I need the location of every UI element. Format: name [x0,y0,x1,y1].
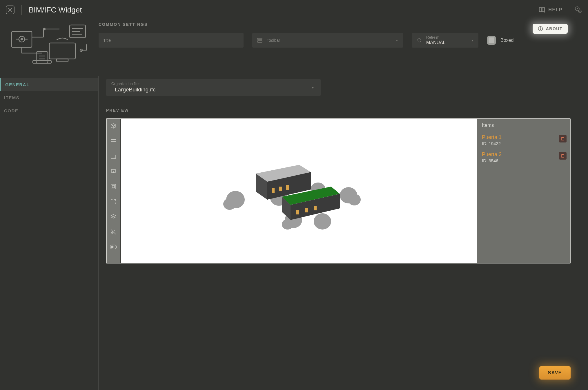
svg-rect-26 [111,184,116,189]
svg-rect-18 [57,59,68,61]
top-zone: COMMON SETTINGS Title Toolbar ▾ Refresh … [0,20,588,76]
tab-items[interactable]: ITEMS [0,91,98,104]
common-settings: COMMON SETTINGS Title Toolbar ▾ Refresh … [99,20,582,69]
item-name: Puerta 1 [482,134,565,140]
preview-box: Items Puerta 1 ID: 19422 Puerta 2 ID: 35… [106,118,571,263]
items-panel-heading: Items [477,119,570,132]
lower-zone: GENERAL ITEMS CODE Organization files La… [0,76,588,390]
refresh-icon [416,37,422,43]
main-panel: Organization files LargeBuilding.ifc ▾ P… [99,76,588,390]
svg-rect-27 [112,185,115,188]
svg-rect-24 [257,38,262,39]
toolbar-icon [257,37,263,43]
save-label: SAVE [548,370,562,375]
chevron-down-icon: ▾ [471,38,473,42]
delete-item-button[interactable] [559,135,567,142]
svg-rect-17 [49,43,75,59]
checkbox-icon [487,36,496,45]
svg-rect-23 [33,60,51,63]
divider [21,5,22,15]
toolbar-select[interactable]: Toolbar ▾ [252,33,403,48]
tool-frame[interactable] [108,182,118,192]
common-settings-heading: COMMON SETTINGS [99,22,565,27]
trash-icon [561,137,565,141]
item-id: ID: 3546 [482,158,565,163]
help-button[interactable]: HELP [538,6,562,13]
settings-button[interactable] [574,6,582,15]
refresh-label: Refresh [426,35,446,40]
svg-point-3 [579,11,580,12]
chevron-down-icon: ▾ [312,86,314,90]
trash-icon [561,154,565,158]
org-files-label: Organization files [111,82,315,86]
delete-item-button[interactable] [559,152,567,160]
devices-icon [7,23,88,66]
org-files-value: LargeBuilding.ifc [111,86,315,93]
svg-rect-6 [540,28,541,30]
title-label: Title [103,38,111,43]
chevron-down-icon: ▾ [396,38,398,42]
refresh-select[interactable]: Refresh MANUAL ▾ [412,33,478,48]
tool-cube[interactable] [108,121,118,131]
about-button[interactable]: ABOUT [533,24,568,34]
item-row[interactable]: Puerta 2 ID: 3546 [477,149,570,166]
info-icon [538,26,543,31]
tool-fullscreen[interactable] [108,197,118,207]
boxed-label: Boxed [500,38,513,43]
refresh-value: MANUAL [426,40,446,46]
unplug-icon [110,229,117,235]
item-id: ID: 19422 [482,141,565,146]
tool-unplug[interactable] [108,227,118,237]
svg-point-9 [21,38,23,40]
tool-measure[interactable] [108,151,118,161]
tool-layers[interactable] [108,212,118,222]
svg-point-31 [223,198,236,210]
close-icon [8,8,12,12]
preview-toolbar [107,119,121,263]
layers-icon [110,214,117,220]
svg-rect-49 [305,208,308,212]
title-field[interactable]: Title [99,33,244,48]
svg-point-16 [43,28,45,30]
page-title: BIM/IFC Widget [29,6,82,15]
cube-icon [110,123,117,129]
svg-point-1 [577,8,578,9]
frame-icon [110,183,117,190]
svg-rect-43 [279,187,282,191]
svg-point-5 [540,27,541,28]
app-header: BIM/IFC Widget HELP [0,0,588,20]
preview-heading: PREVIEW [106,108,571,113]
item-row[interactable]: Puerta 1 ID: 19422 [477,132,570,149]
svg-rect-48 [296,210,299,214]
svg-rect-50 [314,206,317,210]
svg-rect-42 [272,188,275,193]
svg-point-38 [314,213,331,230]
sidebar: GENERAL ITEMS CODE [0,76,99,390]
svg-rect-44 [286,185,289,190]
preview-canvas[interactable] [121,119,477,263]
save-button[interactable]: SAVE [539,366,571,380]
tab-general[interactable]: GENERAL [0,78,98,91]
gear-icon [574,6,582,14]
widget-illustration [0,20,99,69]
tool-toggle[interactable] [108,242,118,252]
book-icon [538,6,545,13]
close-button[interactable] [6,6,14,14]
ruler-icon [110,153,117,160]
svg-point-29 [111,246,114,248]
about-label: ABOUT [546,26,562,31]
tool-download[interactable] [108,167,118,176]
download-icon [110,168,117,175]
help-label: HELP [548,7,562,12]
items-panel: Items Puerta 1 ID: 19422 Puerta 2 ID: 35… [477,119,570,263]
expand-icon [110,198,117,205]
tool-list[interactable] [108,136,118,146]
toolbar-label: Toolbar [267,38,280,43]
tab-code[interactable]: CODE [0,104,98,117]
org-files-select[interactable]: Organization files LargeBuilding.ifc ▾ [106,79,321,96]
building-model [218,145,380,237]
boxed-toggle[interactable]: Boxed [487,36,513,45]
toggle-icon [110,245,117,249]
svg-point-37 [282,219,293,230]
svg-rect-25 [257,41,262,42]
